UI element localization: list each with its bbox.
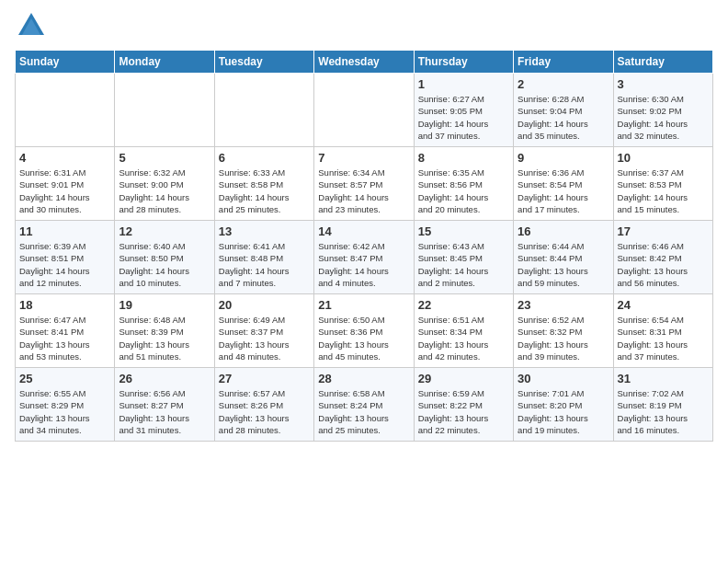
day-detail: Sunrise: 6:51 AM Sunset: 8:34 PM Dayligh… bbox=[418, 314, 509, 362]
day-number: 14 bbox=[318, 224, 409, 238]
day-number: 17 bbox=[618, 224, 709, 238]
day-cell: 9Sunrise: 6:36 AM Sunset: 8:54 PM Daylig… bbox=[514, 147, 613, 221]
day-detail: Sunrise: 6:33 AM Sunset: 8:58 PM Dayligh… bbox=[219, 167, 310, 215]
day-cell: 4Sunrise: 6:31 AM Sunset: 9:01 PM Daylig… bbox=[16, 147, 115, 221]
week-row-3: 11Sunrise: 6:39 AM Sunset: 8:51 PM Dayli… bbox=[16, 221, 713, 294]
day-detail: Sunrise: 6:37 AM Sunset: 8:53 PM Dayligh… bbox=[618, 167, 709, 215]
day-number: 15 bbox=[418, 224, 509, 238]
weekday-header-monday: Monday bbox=[115, 51, 214, 74]
day-detail: Sunrise: 6:27 AM Sunset: 9:05 PM Dayligh… bbox=[418, 93, 509, 142]
week-row-2: 4Sunrise: 6:31 AM Sunset: 9:01 PM Daylig… bbox=[16, 147, 713, 221]
day-detail: Sunrise: 7:02 AM Sunset: 8:19 PM Dayligh… bbox=[618, 387, 709, 436]
day-cell: 11Sunrise: 6:39 AM Sunset: 8:51 PM Dayli… bbox=[16, 221, 115, 294]
day-number: 23 bbox=[518, 298, 609, 312]
day-detail: Sunrise: 6:50 AM Sunset: 8:36 PM Dayligh… bbox=[318, 314, 409, 362]
day-cell: 31Sunrise: 7:02 AM Sunset: 8:19 PM Dayli… bbox=[613, 368, 712, 442]
day-detail: Sunrise: 6:44 AM Sunset: 8:44 PM Dayligh… bbox=[518, 240, 609, 289]
weekday-header-tuesday: Tuesday bbox=[214, 51, 313, 74]
weekday-header-sunday: Sunday bbox=[16, 51, 115, 74]
weekday-header-thursday: Thursday bbox=[414, 51, 513, 74]
day-number: 28 bbox=[318, 372, 409, 385]
day-number: 18 bbox=[19, 298, 110, 312]
day-cell: 13Sunrise: 6:41 AM Sunset: 8:48 PM Dayli… bbox=[214, 221, 313, 294]
day-number: 31 bbox=[618, 372, 709, 385]
day-cell: 19Sunrise: 6:48 AM Sunset: 8:39 PM Dayli… bbox=[115, 294, 214, 368]
day-detail: Sunrise: 6:40 AM Sunset: 8:50 PM Dayligh… bbox=[119, 240, 210, 289]
page: SundayMondayTuesdayWednesdayThursdayFrid… bbox=[0, 0, 728, 563]
day-detail: Sunrise: 6:59 AM Sunset: 8:22 PM Dayligh… bbox=[418, 387, 509, 436]
day-number: 25 bbox=[19, 372, 110, 385]
day-number: 6 bbox=[219, 151, 310, 165]
day-number: 26 bbox=[119, 372, 210, 385]
day-detail: Sunrise: 6:58 AM Sunset: 8:24 PM Dayligh… bbox=[318, 387, 409, 436]
day-cell: 16Sunrise: 6:44 AM Sunset: 8:44 PM Dayli… bbox=[514, 221, 613, 294]
day-detail: Sunrise: 6:55 AM Sunset: 8:29 PM Dayligh… bbox=[19, 387, 110, 436]
day-number: 12 bbox=[119, 224, 210, 238]
day-detail: Sunrise: 6:49 AM Sunset: 8:37 PM Dayligh… bbox=[219, 314, 310, 362]
week-row-4: 18Sunrise: 6:47 AM Sunset: 8:41 PM Dayli… bbox=[16, 294, 713, 368]
day-number: 9 bbox=[518, 151, 609, 165]
day-cell: 7Sunrise: 6:34 AM Sunset: 8:57 PM Daylig… bbox=[314, 147, 414, 221]
day-cell: 25Sunrise: 6:55 AM Sunset: 8:29 PM Dayli… bbox=[16, 368, 115, 442]
day-number: 8 bbox=[418, 151, 509, 165]
day-number: 21 bbox=[318, 298, 409, 312]
day-detail: Sunrise: 6:30 AM Sunset: 9:02 PM Dayligh… bbox=[618, 93, 709, 142]
day-detail: Sunrise: 6:39 AM Sunset: 8:51 PM Dayligh… bbox=[19, 240, 110, 289]
day-detail: Sunrise: 6:42 AM Sunset: 8:47 PM Dayligh… bbox=[318, 240, 409, 289]
day-detail: Sunrise: 6:34 AM Sunset: 8:57 PM Dayligh… bbox=[318, 167, 409, 215]
week-row-1: 1Sunrise: 6:27 AM Sunset: 9:05 PM Daylig… bbox=[16, 74, 713, 147]
day-detail: Sunrise: 6:57 AM Sunset: 8:26 PM Dayligh… bbox=[219, 387, 310, 436]
header bbox=[15, 9, 713, 42]
day-cell: 6Sunrise: 6:33 AM Sunset: 8:58 PM Daylig… bbox=[214, 147, 313, 221]
day-number: 7 bbox=[318, 151, 409, 165]
day-cell: 17Sunrise: 6:46 AM Sunset: 8:42 PM Dayli… bbox=[613, 221, 712, 294]
day-detail: Sunrise: 6:36 AM Sunset: 8:54 PM Dayligh… bbox=[518, 167, 609, 215]
day-cell: 3Sunrise: 6:30 AM Sunset: 9:02 PM Daylig… bbox=[613, 74, 712, 147]
day-cell: 12Sunrise: 6:40 AM Sunset: 8:50 PM Dayli… bbox=[115, 221, 214, 294]
day-cell: 8Sunrise: 6:35 AM Sunset: 8:56 PM Daylig… bbox=[414, 147, 513, 221]
day-number: 2 bbox=[518, 77, 609, 91]
day-number: 22 bbox=[418, 298, 509, 312]
day-detail: Sunrise: 6:52 AM Sunset: 8:32 PM Dayligh… bbox=[518, 314, 609, 362]
calendar-table: SundayMondayTuesdayWednesdayThursdayFrid… bbox=[15, 50, 713, 442]
day-cell: 28Sunrise: 6:58 AM Sunset: 8:24 PM Dayli… bbox=[314, 368, 414, 442]
day-cell: 10Sunrise: 6:37 AM Sunset: 8:53 PM Dayli… bbox=[613, 147, 712, 221]
day-number: 24 bbox=[618, 298, 709, 312]
day-cell: 14Sunrise: 6:42 AM Sunset: 8:47 PM Dayli… bbox=[314, 221, 414, 294]
day-detail: Sunrise: 6:35 AM Sunset: 8:56 PM Dayligh… bbox=[418, 167, 509, 215]
day-cell: 2Sunrise: 6:28 AM Sunset: 9:04 PM Daylig… bbox=[514, 74, 613, 147]
day-number: 10 bbox=[618, 151, 709, 165]
day-cell: 5Sunrise: 6:32 AM Sunset: 9:00 PM Daylig… bbox=[115, 147, 214, 221]
day-detail: Sunrise: 6:43 AM Sunset: 8:45 PM Dayligh… bbox=[418, 240, 509, 289]
day-number: 19 bbox=[119, 298, 210, 312]
day-detail: Sunrise: 6:56 AM Sunset: 8:27 PM Dayligh… bbox=[119, 387, 210, 436]
day-detail: Sunrise: 6:46 AM Sunset: 8:42 PM Dayligh… bbox=[618, 240, 709, 289]
day-cell: 20Sunrise: 6:49 AM Sunset: 8:37 PM Dayli… bbox=[214, 294, 313, 368]
day-cell bbox=[314, 74, 414, 147]
weekday-header-wednesday: Wednesday bbox=[314, 51, 414, 74]
weekday-header-saturday: Saturday bbox=[613, 51, 712, 74]
day-detail: Sunrise: 6:41 AM Sunset: 8:48 PM Dayligh… bbox=[219, 240, 310, 289]
day-number: 27 bbox=[219, 372, 310, 385]
day-cell bbox=[214, 74, 313, 147]
day-cell bbox=[16, 74, 115, 147]
day-cell: 29Sunrise: 6:59 AM Sunset: 8:22 PM Dayli… bbox=[414, 368, 513, 442]
day-number: 11 bbox=[19, 224, 110, 238]
day-detail: Sunrise: 6:31 AM Sunset: 9:01 PM Dayligh… bbox=[19, 167, 110, 215]
day-cell: 1Sunrise: 6:27 AM Sunset: 9:05 PM Daylig… bbox=[414, 74, 513, 147]
day-cell: 15Sunrise: 6:43 AM Sunset: 8:45 PM Dayli… bbox=[414, 221, 513, 294]
day-detail: Sunrise: 6:54 AM Sunset: 8:31 PM Dayligh… bbox=[618, 314, 709, 362]
day-detail: Sunrise: 6:48 AM Sunset: 8:39 PM Dayligh… bbox=[119, 314, 210, 362]
day-number: 4 bbox=[19, 151, 110, 165]
day-number: 16 bbox=[518, 224, 609, 238]
day-detail: Sunrise: 6:47 AM Sunset: 8:41 PM Dayligh… bbox=[19, 314, 110, 362]
day-number: 30 bbox=[518, 372, 609, 385]
day-cell: 26Sunrise: 6:56 AM Sunset: 8:27 PM Dayli… bbox=[115, 368, 214, 442]
weekday-header-row: SundayMondayTuesdayWednesdayThursdayFrid… bbox=[16, 51, 713, 74]
day-number: 20 bbox=[219, 298, 310, 312]
day-detail: Sunrise: 7:01 AM Sunset: 8:20 PM Dayligh… bbox=[518, 387, 609, 436]
day-detail: Sunrise: 6:28 AM Sunset: 9:04 PM Dayligh… bbox=[518, 93, 609, 142]
week-row-5: 25Sunrise: 6:55 AM Sunset: 8:29 PM Dayli… bbox=[16, 368, 713, 442]
day-cell: 24Sunrise: 6:54 AM Sunset: 8:31 PM Dayli… bbox=[613, 294, 712, 368]
logo bbox=[15, 9, 51, 42]
